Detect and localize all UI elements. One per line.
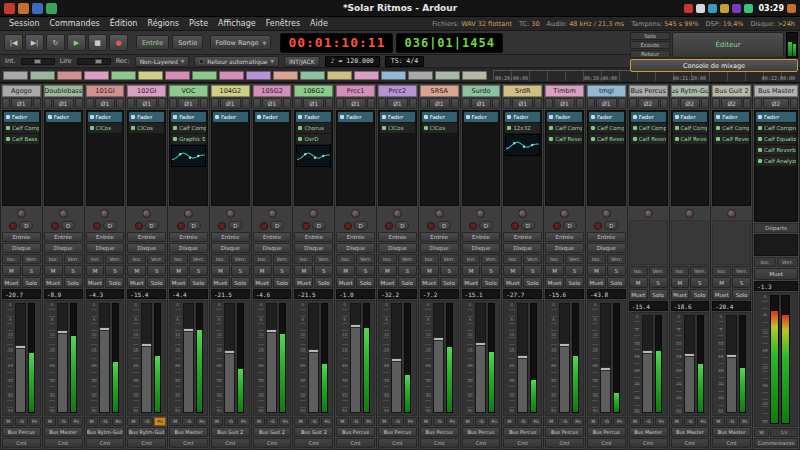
solo-mini-button[interactable]: S [22, 265, 41, 276]
comments-button[interactable]: Cmt [545, 438, 584, 448]
group-button[interactable]: -G [726, 417, 738, 426]
tray-icon-2[interactable] [696, 4, 705, 13]
monitor-input-button[interactable]: Entrée [211, 232, 250, 242]
gain-display[interactable]: -43.8 [587, 289, 626, 299]
strip-name-button[interactable]: SrdR [503, 85, 542, 97]
gain-display[interactable]: -4.4 [169, 289, 208, 299]
mute-mini-button[interactable]: M [44, 265, 63, 276]
marker-chip[interactable] [165, 71, 190, 80]
mute-button[interactable]: Muet [420, 277, 439, 288]
strip-name-button[interactable]: 101GI [86, 85, 125, 97]
output-button[interactable]: Bus Percus [420, 427, 459, 437]
marker-chip[interactable] [84, 71, 109, 80]
marker-chip[interactable] [327, 71, 352, 80]
monitor-input-button[interactable]: Entrée [127, 232, 166, 242]
fader-processor[interactable]: Fader [631, 112, 666, 122]
io-menu-button[interactable] [116, 98, 124, 109]
io-menu-button[interactable] [409, 98, 417, 109]
solo-button[interactable]: Solo [314, 277, 333, 288]
phase-button[interactable]: Ø2 [680, 98, 701, 109]
ardour-app-icon[interactable] [4, 3, 15, 14]
fader-slider[interactable] [141, 303, 152, 413]
group-button[interactable]: -G [391, 417, 403, 426]
plugin-processor[interactable]: Calf Equalizer 12 [756, 134, 796, 144]
processor-box[interactable]: FaderCICos [86, 110, 125, 206]
strip-name-button[interactable]: Timbm [545, 85, 584, 97]
int-slider[interactable] [21, 58, 55, 65]
mute-button[interactable]: Muet [587, 277, 606, 288]
fader-slider[interactable] [99, 303, 110, 413]
meter-point-button[interactable]: Po [530, 417, 542, 426]
io-menu-button[interactable] [451, 98, 459, 109]
processor-box[interactable]: FaderCICos [127, 110, 166, 206]
plugin-processor[interactable]: Calf Reverb [547, 134, 582, 144]
gain-display[interactable]: -1.0 [336, 289, 375, 299]
disk-button[interactable]: D [61, 221, 75, 230]
solo-lock-button[interactable]: Verr. [440, 254, 459, 264]
lire-slider-thumb[interactable] [95, 59, 102, 64]
fader-slider[interactable] [224, 303, 235, 413]
output-button[interactable]: Bus Master [712, 427, 751, 437]
solo-iso-button[interactable]: Iso: [462, 254, 481, 264]
group-button[interactable]: -G [15, 417, 27, 426]
automation-mode-button[interactable]: M [336, 417, 348, 426]
fader-slider[interactable] [308, 303, 319, 413]
comments-button[interactable]: Cmt [587, 438, 626, 448]
disk-button[interactable]: D [19, 221, 33, 230]
input-button[interactable] [754, 98, 762, 109]
gain-display[interactable]: -8.9 [44, 289, 83, 299]
plugin-processor[interactable]: Chorus [296, 123, 331, 133]
marker-chip[interactable] [354, 71, 379, 80]
monitor-input-button[interactable]: Entrée [253, 232, 292, 242]
strip-name-button[interactable]: tmgl [587, 85, 626, 97]
monitor-input-button[interactable]: Entrée [2, 232, 41, 242]
pan-knob[interactable] [685, 209, 694, 218]
fader-handle[interactable] [475, 342, 486, 346]
monitor-input-button[interactable]: Entrée [503, 232, 542, 242]
automation-mode-button[interactable]: M [44, 417, 56, 426]
solo-mini-button[interactable]: S [649, 277, 668, 288]
strip-name-button[interactable]: VOC [169, 85, 208, 97]
solo-button[interactable]: Solo [147, 277, 166, 288]
eq-curve-thumbnail[interactable] [296, 145, 331, 167]
monitor-input-button[interactable]: Entrée [336, 232, 375, 242]
strip-name-button[interactable]: SRSA [420, 85, 459, 97]
gain-display[interactable]: -18.6 [671, 301, 710, 311]
monitor-input-button[interactable]: Entrée [294, 232, 333, 242]
automation-mode-button[interactable]: M [86, 417, 98, 426]
monitor-disk-button[interactable]: Disque [211, 243, 250, 253]
tray-icon-1[interactable] [684, 4, 693, 13]
marker-chip[interactable] [462, 71, 487, 80]
menu-item-3[interactable]: Régions [142, 17, 184, 30]
meter-point-button[interactable]: Po [237, 417, 249, 426]
solo-iso-button[interactable]: Iso: [44, 254, 63, 264]
output-button[interactable]: Bus Master [44, 427, 83, 437]
output-button[interactable]: 1/2 [770, 428, 798, 437]
gain-display[interactable]: -20.4 [712, 301, 751, 311]
solo-mini-button[interactable]: S [732, 277, 751, 288]
io-menu-button[interactable] [701, 98, 709, 109]
fader-handle[interactable] [517, 355, 528, 359]
solo-button[interactable]: Solo [481, 277, 500, 288]
phase-button[interactable]: Ø1 [95, 98, 116, 109]
processor-box[interactable]: Fader [462, 110, 501, 206]
fader-processor[interactable]: Fader [547, 112, 582, 122]
fader-processor[interactable]: Fader [296, 112, 331, 122]
disk-button[interactable]: D [228, 221, 242, 230]
output-button[interactable]: Bus Guit 2 [211, 427, 250, 437]
fader-processor[interactable]: Fader [255, 112, 290, 122]
comments-button[interactable]: Cmt [462, 438, 501, 448]
output-button[interactable]: Bus Guit 2 [294, 427, 333, 437]
punch-out-button[interactable]: Sortie [172, 35, 203, 50]
input-button[interactable] [671, 98, 679, 109]
marker-chip[interactable] [30, 71, 55, 80]
mute-button[interactable]: Muet [629, 289, 648, 300]
group-button[interactable]: -G [224, 417, 236, 426]
audition-indicator-button[interactable]: Écoute [630, 41, 670, 49]
solo-mini-button[interactable]: S [356, 265, 375, 276]
monitor-disk-button[interactable]: Disque [86, 243, 125, 253]
solo-lock-button[interactable]: Verr. [314, 254, 333, 264]
output-button[interactable]: Bus Master [629, 427, 668, 437]
solo-button[interactable]: Solo [649, 289, 668, 300]
strip-name-button[interactable]: Prcc1 [336, 85, 375, 97]
